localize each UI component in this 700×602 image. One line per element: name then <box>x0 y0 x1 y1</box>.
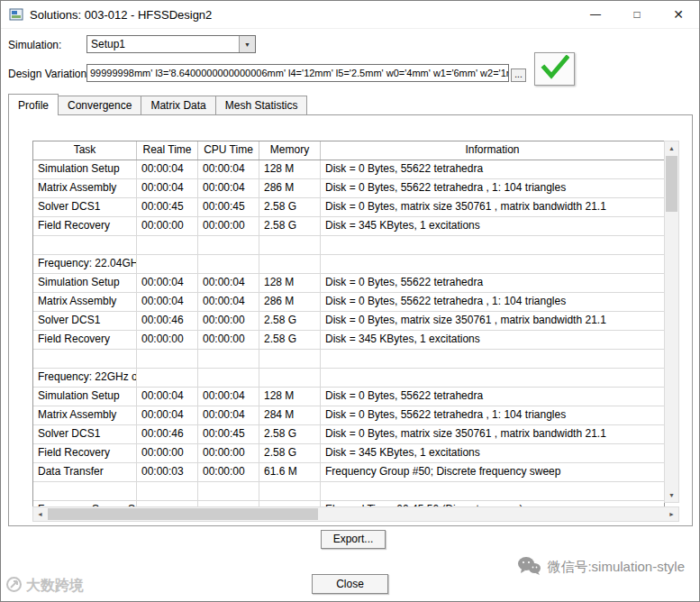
table-cell: 2.58 G <box>259 312 321 330</box>
table-row[interactable]: Data Transfer00:00:0300:00:0061.6 MFrequ… <box>33 463 664 482</box>
column-header-real-time[interactable]: Real Time <box>137 141 198 160</box>
table-row[interactable]: Solver DCS100:00:4600:00:002.58 GDisk = … <box>33 312 664 331</box>
table-cell: 00:00:03 <box>137 463 198 481</box>
table-cell: 128 M <box>259 160 321 178</box>
maximize-button[interactable]: □ <box>616 1 658 28</box>
title-bar[interactable]: Solutions: 003-012 - HFSSDesign2 — □ ✕ <box>1 1 699 29</box>
export-button[interactable]: Export... <box>321 530 386 549</box>
column-header-memory[interactable]: Memory <box>259 141 321 160</box>
table-row[interactable] <box>33 482 664 501</box>
vertical-scrollbar[interactable]: ▲ ▼ <box>664 141 679 503</box>
table-cell <box>259 236 321 254</box>
tab-convergence[interactable]: Convergence <box>58 96 141 114</box>
table-cell: 00:00:46 <box>137 425 198 443</box>
table-cell: 00:00:45 <box>198 198 259 216</box>
table-cell: 2.58 G <box>259 331 321 349</box>
left-watermark-text: 大数跨境 <box>26 577 84 596</box>
table-cell: 00:00:46 <box>137 312 198 330</box>
simulation-select[interactable]: Setup1 ▼ <box>86 35 256 53</box>
table-cell: Disk = 0 Bytes, 55622 tetrahedra <box>321 160 664 178</box>
table-row[interactable]: Frequency: 22.04GH... <box>33 255 664 274</box>
table-cell <box>321 482 664 500</box>
table-row[interactable]: Field Recovery00:00:0000:00:002.58 GDisk… <box>33 444 664 463</box>
table-cell: 00:00:00 <box>137 444 198 462</box>
table-cell: Frequency Group #50; Discrete frequency … <box>321 463 664 481</box>
table-cell: Solver DCS1 <box>33 425 137 443</box>
table-cell: 61.6 M <box>259 463 321 481</box>
table-cell: 2.58 G <box>259 217 321 235</box>
table-cell: 286 M <box>259 179 321 197</box>
scroll-up-icon[interactable]: ▲ <box>665 141 678 155</box>
vertical-scrollbar-thumb[interactable] <box>666 156 677 212</box>
table-cell <box>33 350 137 368</box>
table-cell <box>137 350 198 368</box>
table-cell: Frequency: 22.04GH... <box>33 255 137 273</box>
right-watermark: 微信号:simulation-style <box>517 556 685 579</box>
table-cell <box>259 255 321 273</box>
table-cell: 00:00:00 <box>198 217 259 235</box>
table-row[interactable] <box>33 236 664 255</box>
column-header-task[interactable]: Task <box>33 141 137 160</box>
table-cell: Disk = 345 KBytes, 1 excitations <box>321 217 664 235</box>
browse-button[interactable]: ... <box>511 68 526 82</box>
table-row[interactable]: Solver DCS100:00:4500:00:452.58 GDisk = … <box>33 198 664 217</box>
table-cell <box>33 482 137 500</box>
table-cell: Disk = 345 KBytes, 1 excitations <box>321 444 664 462</box>
table-row[interactable]: Matrix Assembly00:00:0400:00:04286 MDisk… <box>33 179 664 198</box>
validate-button[interactable] <box>534 52 575 86</box>
table-cell: Simulation Setup <box>33 160 137 178</box>
table-cell: 00:00:04 <box>137 274 198 292</box>
table-cell: 00:00:00 <box>198 444 259 462</box>
table-cell: Disk = 0 Bytes, 55622 tetrahedra <box>321 388 664 406</box>
table-cell <box>137 369 198 387</box>
chevron-down-icon[interactable]: ▼ <box>239 36 255 52</box>
table-row[interactable]: Simulation Setup00:00:0400:00:04128 MDis… <box>33 160 664 179</box>
table-cell <box>259 482 321 500</box>
close-window-button[interactable]: ✕ <box>658 1 699 28</box>
table-cell <box>259 350 321 368</box>
tab-mesh-statistics[interactable]: Mesh Statistics <box>215 96 308 114</box>
table-row[interactable]: Field Recovery00:00:0000:00:002.58 GDisk… <box>33 331 664 350</box>
table-cell: Simulation Setup <box>33 388 137 406</box>
table-header-row: Task Real Time CPU Time Memory Informati… <box>33 141 664 160</box>
scroll-left-icon[interactable]: ◄ <box>33 507 47 521</box>
table-cell: 00:00:45 <box>137 198 198 216</box>
scroll-down-icon[interactable]: ▼ <box>665 488 678 502</box>
table-cell: 286 M <box>259 293 321 311</box>
table-row[interactable]: Frequency: 22GHz o... <box>33 369 664 388</box>
table-cell: 00:00:00 <box>137 331 198 349</box>
design-variation-field[interactable]: 99999998mm' l3='8.6400000000000006mm' l4… <box>86 64 509 82</box>
table-cell: 00:00:00 <box>198 463 259 481</box>
close-button[interactable]: Close <box>312 574 388 594</box>
table-cell: 00:00:04 <box>137 179 198 197</box>
scroll-right-icon[interactable]: ► <box>665 507 678 521</box>
table-row[interactable]: Solver DCS100:00:4600:00:452.58 GDisk = … <box>33 425 664 444</box>
horizontal-scrollbar-thumb[interactable] <box>48 508 318 520</box>
tab-matrix-data[interactable]: Matrix Data <box>141 96 215 114</box>
table-cell: Solver DCS1 <box>33 198 137 216</box>
table-cell <box>321 369 664 387</box>
column-header-cpu-time[interactable]: CPU Time <box>198 141 259 160</box>
tab-profile[interactable]: Profile <box>8 94 59 115</box>
minimize-button[interactable]: — <box>575 1 616 28</box>
table-row[interactable]: Simulation Setup00:00:0400:00:04128 MDis… <box>33 274 664 293</box>
horizontal-scrollbar[interactable]: ◄ ► <box>32 506 679 522</box>
table-cell: 128 M <box>259 274 321 292</box>
table-row[interactable] <box>33 350 664 369</box>
table-row[interactable]: Simulation Setup00:00:0400:00:04128 MDis… <box>33 388 664 406</box>
table-cell <box>198 482 259 500</box>
table-cell: Disk = 0 Bytes, 55622 tetrahedra <box>321 274 664 292</box>
table-cell <box>321 236 664 254</box>
table-cell: Disk = 345 KBytes, 1 excitations <box>321 331 664 349</box>
table-cell <box>137 482 198 500</box>
table-cell: 00:00:04 <box>198 274 259 292</box>
table-row[interactable]: Matrix Assembly00:00:0400:00:04284 MDisk… <box>33 406 664 425</box>
table-cell <box>198 369 259 387</box>
table-cell: Disk = 0 Bytes, matrix size 350761 , mat… <box>321 312 664 330</box>
table-cell: 00:00:00 <box>198 331 259 349</box>
table-row[interactable]: Matrix Assembly00:00:0400:00:04286 MDisk… <box>33 293 664 312</box>
column-header-information[interactable]: Information <box>321 141 664 160</box>
table-row[interactable]: Field Recovery00:00:0000:00:002.58 GDisk… <box>33 217 664 236</box>
table-cell: Simulation Setup <box>33 274 137 292</box>
table-cell: Matrix Assembly <box>33 293 137 311</box>
